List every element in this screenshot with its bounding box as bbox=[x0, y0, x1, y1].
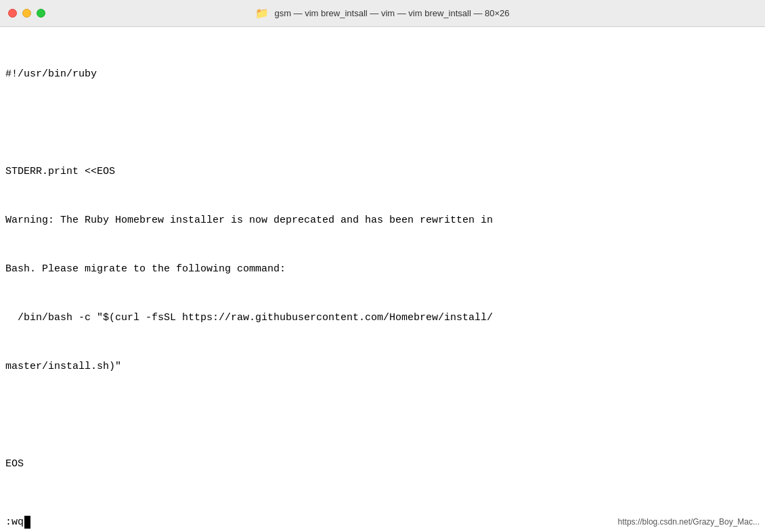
code-line-8 bbox=[5, 407, 760, 424]
vim-command-text: :wq bbox=[5, 516, 24, 528]
vim-editor[interactable]: #!/usr/bin/ruby STDERR.print <<EOS Warni… bbox=[0, 27, 765, 532]
statusbar: :wq https://blog.csdn.net/Grazy_Boy_Mac.… bbox=[0, 512, 765, 532]
code-line-3: STDERR.print <<EOS bbox=[5, 164, 760, 180]
code-line-2 bbox=[5, 115, 760, 131]
code-line-1: #!/usr/bin/ruby bbox=[5, 66, 760, 83]
maximize-button[interactable] bbox=[37, 9, 45, 18]
vim-command-area: :wq bbox=[5, 516, 30, 529]
window-title: gsm — vim brew_intsall — vim — vim brew_… bbox=[274, 8, 509, 18]
vim-cursor bbox=[24, 516, 30, 529]
traffic-lights bbox=[8, 9, 45, 18]
code-line-4: Warning: The Ruby Homebrew installer is … bbox=[5, 213, 760, 229]
code-line-5: Bash. Please migrate to the following co… bbox=[5, 261, 760, 278]
titlebar: 📁 gsm — vim brew_intsall — vim — vim bre… bbox=[0, 0, 765, 27]
code-line-9: EOS bbox=[5, 456, 760, 472]
code-line-7: master/install.sh)" bbox=[5, 359, 760, 375]
minimize-button[interactable] bbox=[22, 9, 31, 18]
window-title-area: 📁 gsm — vim brew_intsall — vim — vim bre… bbox=[255, 7, 509, 20]
code-line-6: /bin/bash -c "$(curl -fsSL https://raw.g… bbox=[5, 310, 760, 326]
folder-icon: 📁 bbox=[255, 7, 269, 20]
code-content: #!/usr/bin/ruby STDERR.print <<EOS Warni… bbox=[0, 34, 765, 532]
status-url: https://blog.csdn.net/Grazy_Boy_Mac... bbox=[618, 517, 760, 527]
close-button[interactable] bbox=[8, 9, 17, 18]
